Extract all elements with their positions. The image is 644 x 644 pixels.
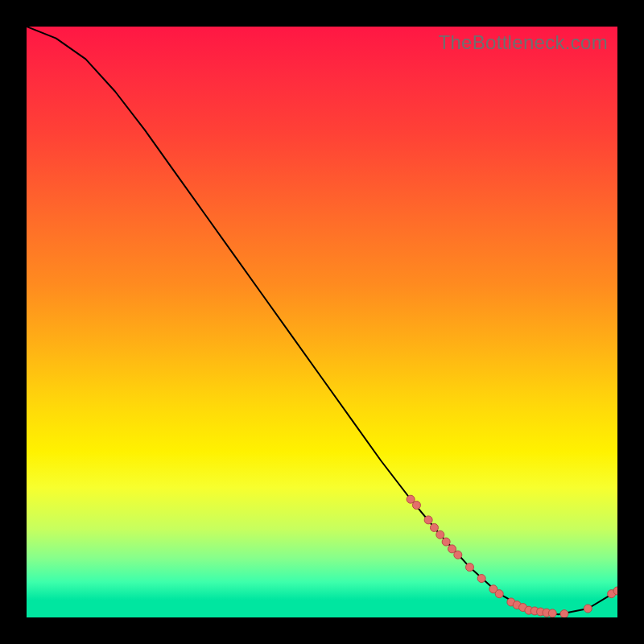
bottleneck-curve [27,27,617,614]
plot-area: TheBottleneck.com [27,27,617,617]
data-point [412,502,420,510]
data-points [407,495,617,617]
data-point [454,551,462,559]
chart-overlay [27,27,617,617]
data-point [584,605,592,613]
data-point [442,538,450,546]
data-point [466,564,474,572]
chart-frame: TheBottleneck.com [0,0,644,644]
data-point [560,610,568,617]
data-point [477,575,485,583]
data-point [495,590,503,598]
data-point [436,530,444,539]
data-point [424,516,432,524]
data-point [548,609,556,617]
data-point [430,523,438,531]
